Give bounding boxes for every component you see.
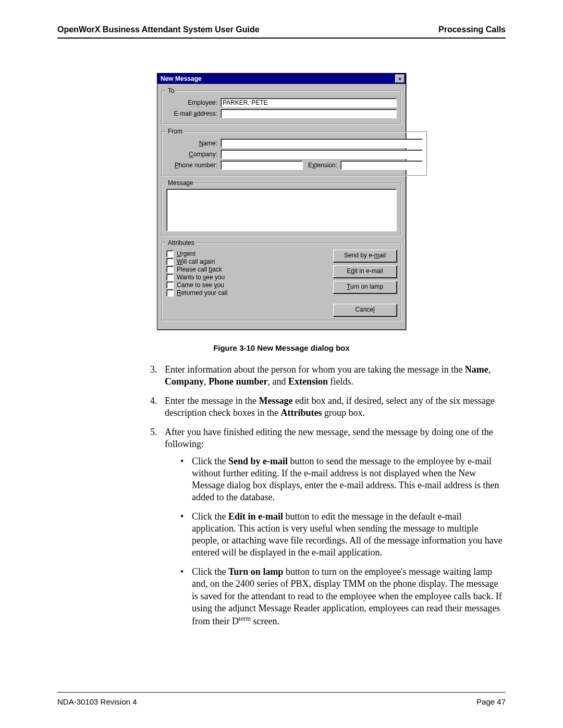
message-group: Message — [162, 179, 401, 236]
returned-call-checkbox[interactable] — [166, 289, 174, 297]
phone-label: Phone number: — [166, 162, 221, 169]
urgent-checkbox[interactable] — [166, 250, 174, 257]
footer-rule — [57, 692, 506, 693]
bullet-turn-lamp: Click the Turn on lamp button to turn on… — [179, 566, 506, 627]
new-message-dialog: New Message × To Employee: E-mail addres… — [157, 73, 406, 330]
header-right: Processing Calls — [438, 25, 506, 34]
call-back-checkbox[interactable] — [166, 266, 174, 273]
message-legend: Message — [166, 179, 195, 187]
titlebar: New Message × — [157, 73, 406, 84]
employee-field[interactable] — [221, 98, 397, 107]
turn-on-lamp-button[interactable]: Turn on lamp — [333, 281, 397, 293]
call-back-label: Please call back — [177, 266, 222, 273]
extension-label: Extension: — [303, 162, 340, 169]
will-call-checkbox[interactable] — [166, 258, 174, 265]
send-email-button[interactable]: Send by e-mail — [333, 250, 397, 262]
returned-call-label: Returned your call — [177, 289, 227, 297]
employee-label: Employee: — [166, 99, 221, 106]
body-text: Enter information about the person for w… — [150, 364, 506, 627]
close-icon[interactable]: × — [395, 75, 405, 83]
edit-email-button[interactable]: Edit in e-mail — [333, 265, 397, 278]
header-left: OpenWorX Business Attendant System User … — [57, 25, 260, 34]
from-group: From Name: Company: Phone number: Extens… — [162, 128, 427, 176]
step-4: Enter the message in the Message edit bo… — [150, 395, 506, 419]
bullet-send-email: Click the Send by e-mail button to send … — [179, 455, 506, 503]
wants-see-label: Wants to see you — [177, 274, 225, 281]
cancel-button[interactable]: Cancel — [333, 304, 397, 316]
attributes-group: Attributes Urgent Will call again Please… — [162, 239, 401, 321]
extension-field[interactable] — [340, 161, 423, 170]
message-textarea[interactable] — [166, 189, 397, 231]
footer-left: NDA-30103 Revision 4 — [57, 697, 137, 706]
name-label: Name: — [166, 140, 221, 147]
to-legend: To — [166, 87, 176, 94]
dialog-title: New Message — [161, 75, 202, 82]
phone-field[interactable] — [221, 161, 303, 170]
urgent-label: Urgent — [177, 250, 195, 257]
email-label: E-mail address: — [166, 110, 221, 117]
email-field[interactable] — [221, 109, 397, 118]
bullet-edit-email: Click the Edit in e-mail button to edit … — [179, 511, 506, 559]
wants-see-checkbox[interactable] — [166, 274, 174, 281]
company-label: Company: — [166, 151, 221, 158]
name-field[interactable] — [221, 139, 423, 148]
came-see-checkbox[interactable] — [166, 281, 174, 289]
footer-right: Page 47 — [476, 697, 506, 706]
company-field[interactable] — [221, 150, 423, 159]
step-5: After you have finished editing the new … — [150, 426, 506, 627]
came-see-label: Came to see you — [177, 281, 224, 289]
to-group: To Employee: E-mail address: — [162, 87, 401, 125]
figure-caption: Figure 3-10 New Message dialog box — [57, 343, 506, 352]
will-call-label: Will call again — [177, 258, 215, 265]
from-legend: From — [166, 128, 184, 135]
step-3: Enter information about the person for w… — [150, 364, 506, 388]
attributes-legend: Attributes — [166, 239, 196, 246]
